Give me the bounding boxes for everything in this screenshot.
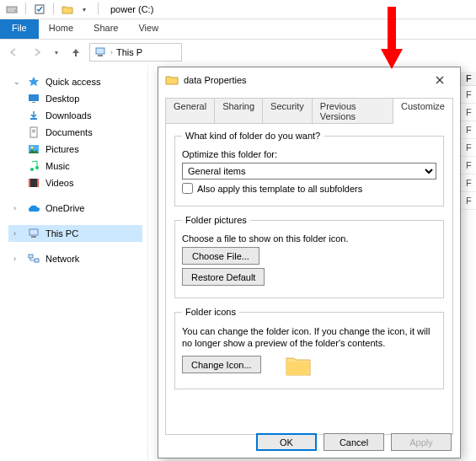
list-item[interactable]: F [459, 157, 476, 174]
group-folder-pictures: Folder pictures Choose a file to show on… [174, 215, 444, 298]
folder-pictures-desc: Choose a file to show on this folder ico… [182, 233, 436, 244]
pc-icon [94, 46, 107, 59]
folder-preview-icon [285, 353, 312, 377]
list-item[interactable]: F [459, 139, 476, 157]
onedrive-icon [27, 201, 40, 215]
nav-this-pc[interactable]: › This PC [8, 225, 142, 242]
nav-up[interactable] [66, 42, 86, 62]
nav-downloads[interactable]: Downloads [8, 107, 142, 124]
tab-share[interactable]: Share [83, 19, 128, 39]
nav-music[interactable]: Music [8, 158, 142, 174]
svg-rect-4 [98, 55, 103, 56]
also-apply-label: Also apply this template to all subfolde… [197, 184, 362, 194]
optimize-select[interactable]: General items [182, 163, 436, 180]
address-bar: ▾ › This P [0, 40, 476, 65]
tab-general[interactable]: General [165, 98, 215, 124]
group-legend: What kind of folder do you want? [182, 131, 324, 141]
close-button[interactable] [426, 71, 453, 89]
svg-rect-17 [37, 179, 39, 187]
tab-file[interactable]: File [0, 19, 39, 39]
annotation-arrow [379, 7, 404, 71]
nav-quick-access[interactable]: ⌄ Quick access [8, 73, 142, 90]
svg-rect-3 [96, 48, 104, 54]
group-legend: Folder icons [182, 307, 239, 317]
svg-rect-10 [32, 131, 35, 132]
documents-icon [27, 126, 40, 139]
folder-icon [165, 73, 179, 87]
folder-small-icon[interactable] [61, 3, 74, 16]
group-legend: Folder pictures [182, 215, 250, 225]
window-title: power (C:) [107, 4, 153, 14]
nav-documents[interactable]: Documents [8, 124, 142, 141]
chevron-right-icon: › [13, 229, 22, 238]
svg-rect-9 [32, 130, 35, 131]
tab-customize[interactable]: Customize [393, 98, 453, 124]
tab-previous-versions[interactable]: Previous Versions [312, 98, 393, 124]
svg-rect-5 [29, 94, 39, 101]
videos-icon [27, 176, 40, 190]
nav-back[interactable] [3, 42, 24, 62]
tab-view[interactable]: View [128, 19, 168, 39]
optimize-label: Optimize this folder for: [182, 149, 436, 159]
tab-sharing[interactable]: Sharing [214, 98, 263, 124]
svg-point-13 [30, 168, 34, 171]
svg-rect-22 [388, 7, 396, 49]
properties-dialog: data Properties General Sharing Security… [158, 67, 461, 458]
svg-rect-0 [7, 7, 17, 13]
chevron-right-icon: › [13, 204, 22, 212]
choose-file-button[interactable]: Choose File... [182, 247, 259, 265]
list-item[interactable]: F [459, 121, 476, 139]
cancel-button[interactable]: Cancel [324, 433, 384, 451]
explorer-titlebar: ▾ power (C:) [0, 0, 476, 19]
also-apply-checkbox[interactable] [182, 183, 193, 194]
star-icon [27, 75, 40, 88]
svg-rect-18 [29, 229, 38, 235]
list-item[interactable]: F [459, 192, 476, 210]
address-text: This P [116, 47, 142, 57]
nav-videos[interactable]: Videos [8, 174, 142, 191]
column-header[interactable]: F [459, 72, 476, 86]
svg-rect-7 [30, 118, 37, 120]
chevron-right-icon: › [13, 255, 22, 263]
svg-rect-19 [31, 236, 36, 238]
svg-rect-21 [35, 259, 39, 262]
change-icon-button[interactable]: Change Icon... [182, 356, 261, 373]
qat-checkbox-icon[interactable] [33, 3, 46, 16]
address-box[interactable]: › This P [89, 43, 182, 62]
dialog-tabs: General Sharing Security Previous Versio… [158, 93, 460, 124]
svg-rect-16 [29, 179, 30, 187]
svg-rect-1 [14, 10, 16, 11]
list-item[interactable]: F [459, 174, 476, 192]
apply-button[interactable]: Apply [391, 433, 452, 451]
svg-point-12 [31, 147, 34, 149]
nav-desktop[interactable]: Desktop [8, 90, 142, 107]
tab-body-customize: What kind of folder do you want? Optimiz… [165, 123, 453, 435]
nav-onedrive[interactable]: › OneDrive [8, 200, 142, 217]
ok-button[interactable]: OK [256, 433, 317, 451]
drive-icon [5, 3, 19, 16]
svg-rect-20 [29, 255, 33, 258]
nav-forward[interactable] [27, 42, 47, 62]
tab-home[interactable]: Home [39, 19, 83, 39]
group-folder-icons: Folder icons You can change the folder i… [174, 307, 444, 389]
group-folder-kind: What kind of folder do you want? Optimiz… [174, 131, 444, 206]
nav-recent-dropdown[interactable]: ▾ [51, 42, 62, 62]
desktop-icon [27, 92, 40, 105]
qat-dropdown-icon[interactable]: ▾ [78, 3, 91, 16]
nav-network[interactable]: › Network [8, 250, 142, 267]
network-icon [27, 252, 40, 265]
list-item[interactable]: F [459, 86, 476, 104]
downloads-icon [27, 109, 40, 122]
svg-rect-6 [32, 102, 35, 103]
tab-security[interactable]: Security [262, 98, 313, 124]
restore-default-button[interactable]: Restore Default [182, 268, 265, 286]
pictures-icon [27, 142, 40, 156]
dialog-titlebar[interactable]: data Properties [158, 67, 460, 93]
list-item[interactable]: F [459, 104, 476, 121]
nav-pane: ⌄ Quick access Desktop Downloads Documen… [0, 65, 147, 461]
pc-icon [27, 227, 40, 240]
dialog-buttons: OK Cancel Apply [256, 433, 452, 451]
svg-point-14 [35, 166, 39, 169]
dialog-title: data Properties [184, 75, 247, 85]
nav-pictures[interactable]: Pictures [8, 141, 142, 158]
